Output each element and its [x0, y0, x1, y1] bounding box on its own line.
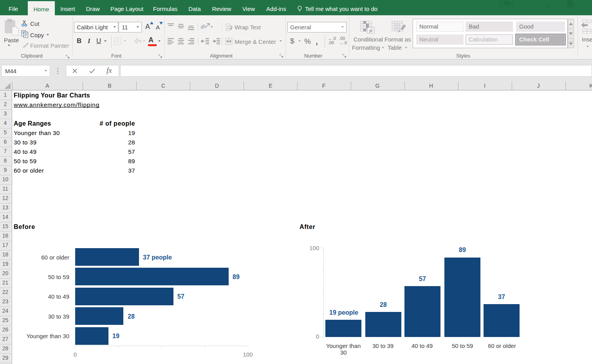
- svg-text:ab: ab: [199, 23, 206, 30]
